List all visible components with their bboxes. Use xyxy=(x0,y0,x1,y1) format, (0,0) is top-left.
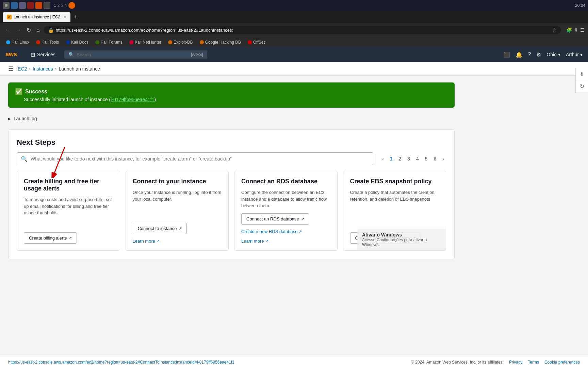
cloud-shell-icon[interactable]: ⬛ xyxy=(503,51,510,58)
lock-icon: 🔒 xyxy=(48,27,54,33)
right-panel-refresh-icon[interactable]: ↻ xyxy=(576,80,588,93)
bookmark-kali-tools[interactable]: Kali Tools xyxy=(33,39,62,45)
aws-logo[interactable]: aws xyxy=(5,49,19,60)
bookmark-star-icon[interactable]: ☆ xyxy=(552,27,557,33)
connect-rds-button[interactable]: Connect an RDS database ↗ xyxy=(241,213,309,225)
taskbar-firefox[interactable] xyxy=(68,2,75,9)
os-menu-icon[interactable]: ⊞ xyxy=(3,2,10,9)
bookmark-kali-forums[interactable]: Kali Forums xyxy=(93,39,125,45)
reload-button[interactable]: ↻ xyxy=(25,26,32,35)
bookmark-kali-linux[interactable]: Kali Linux xyxy=(3,39,32,45)
offsec-icon xyxy=(248,40,252,44)
windows-activation-body: Acesse Configurações para ativar o Windo… xyxy=(362,237,441,247)
bookmark-kali-docs[interactable]: Kali Docs xyxy=(63,39,91,45)
windows-activation-title: Ativar o Windows xyxy=(362,232,441,237)
exploit-db-icon xyxy=(168,40,172,44)
breadcrumb-current: Launch an instance xyxy=(59,66,100,72)
aws-region-selector[interactable]: Ohio ▾ xyxy=(546,52,560,57)
card-billing-desc: To manage costs and avoid surprise bills… xyxy=(24,196,113,228)
back-button[interactable]: ← xyxy=(3,26,12,34)
next-steps-title: Next Steps xyxy=(17,138,446,147)
success-body-text: Successfully initiated launch of instanc… xyxy=(24,97,448,102)
aws-search-hint: [Alt+S] xyxy=(191,52,203,57)
rds-learn-more-ext-icon: ↗ xyxy=(265,239,268,243)
windows-activation-overlay: Ativar o Windows Acesse Configurações pa… xyxy=(357,229,446,250)
pagination: ‹ 1 2 3 4 5 6 › xyxy=(380,155,446,163)
region-label: Ohio xyxy=(546,52,557,57)
success-check-icon: ✅ xyxy=(15,88,22,95)
aws-header: aws ⊞ Services 🔍 [Alt+S] ⬛ 🔔 ? ⚙ Ohio ▾ … xyxy=(0,47,588,62)
taskbar-icon-5[interactable] xyxy=(44,2,50,9)
footer-cookie-link[interactable]: Cookie preferences xyxy=(544,360,580,365)
right-panel-info-icon[interactable]: ℹ xyxy=(576,68,588,80)
pagination-page-4[interactable]: 4 xyxy=(414,155,421,163)
pagination-page-6[interactable]: 6 xyxy=(432,155,439,163)
pagination-next-button[interactable]: › xyxy=(440,155,446,163)
next-steps-search-container: 🔍 xyxy=(17,152,373,165)
pagination-page-2[interactable]: 2 xyxy=(396,155,403,163)
notification-bell-icon[interactable]: 🔔 xyxy=(516,51,522,58)
os-bar-time: 20:04 xyxy=(575,3,585,8)
breadcrumb: EC2 › Instances › Launch an instance xyxy=(18,66,100,72)
taskbar-icon-3[interactable] xyxy=(27,2,34,9)
download-icon[interactable]: ⬇ xyxy=(574,27,578,33)
url-input[interactable] xyxy=(56,28,550,33)
pagination-page-1[interactable]: 1 xyxy=(388,155,395,163)
aws-search-bar[interactable]: 🔍 [Alt+S] xyxy=(64,50,207,59)
next-steps-search-input[interactable] xyxy=(17,152,373,165)
footer-privacy-link[interactable]: Privacy xyxy=(509,360,522,365)
aws-search-input[interactable] xyxy=(77,52,188,57)
connect-to-instance-button[interactable]: Connect to instance ↗ xyxy=(133,223,187,234)
breadcrumb-ec2-link[interactable]: EC2 xyxy=(18,66,27,72)
rds-learn-more-link[interactable]: Learn more ↗ xyxy=(241,239,268,244)
tab-favicon: A xyxy=(7,15,12,19)
card-rds-title: Connect an RDS database xyxy=(241,178,330,185)
card-connect-instance: Connect to your instance Once your insta… xyxy=(126,171,229,251)
pagination-page-3[interactable]: 3 xyxy=(405,155,412,163)
bookmark-exploit-db[interactable]: Exploit-DB xyxy=(165,39,196,45)
bookmarks-bar: Kali Linux Kali Tools Kali Docs Kali For… xyxy=(0,37,588,47)
help-icon[interactable]: ? xyxy=(528,51,531,58)
bookmark-google-hacking[interactable]: Google Hacking DB xyxy=(197,39,244,45)
grid-icon: ⊞ xyxy=(31,51,35,58)
pagination-page-5[interactable]: 5 xyxy=(423,155,430,163)
aws-user-menu[interactable]: Arthur ▾ xyxy=(566,52,583,57)
pagination-prev-button[interactable]: ‹ xyxy=(380,155,386,163)
home-button[interactable]: ⌂ xyxy=(35,26,41,34)
connect-rds-label: Connect an RDS database xyxy=(246,216,299,221)
forward-button[interactable]: → xyxy=(14,26,22,34)
launch-log-toggle[interactable]: ▶ Launch log xyxy=(8,116,455,121)
kali-forums-icon xyxy=(95,40,99,44)
active-tab-title: Launch an instance | EC2 xyxy=(14,15,60,19)
kali-docs-icon xyxy=(66,40,70,44)
taskbar-icon-2[interactable] xyxy=(19,2,26,9)
connect-learn-more-link[interactable]: Learn more ↗ xyxy=(133,239,160,244)
aws-services-menu[interactable]: ⊞ Services xyxy=(27,50,59,59)
taskbar-icon-1[interactable] xyxy=(11,2,18,9)
taskbar-icon-4[interactable] xyxy=(35,2,42,9)
new-tab-button[interactable]: + xyxy=(72,14,80,21)
kali-tools-icon xyxy=(36,40,40,44)
user-dropdown-icon: ▾ xyxy=(580,52,583,57)
card-rds: Connect an RDS database Configure the co… xyxy=(234,171,338,251)
sidebar-toggle[interactable]: ☰ xyxy=(5,65,16,73)
settings-icon[interactable]: ⚙ xyxy=(536,51,541,58)
tab-close-button[interactable]: ✕ xyxy=(64,15,66,19)
instance-id-link[interactable]: i-0179ff6956eae41f1 xyxy=(111,97,154,102)
bookmark-kali-nethunter[interactable]: Kali NetHunter xyxy=(127,39,164,45)
active-tab[interactable]: A Launch an instance | EC2 ✕ xyxy=(3,12,70,22)
next-steps-search-icon: 🔍 xyxy=(21,156,28,162)
os-bar: ⊞ 1 2 3 4 20:04 xyxy=(0,0,588,11)
create-rds-link[interactable]: Create a new RDS database ↗ xyxy=(241,229,302,234)
rds-external-icon: ↗ xyxy=(301,217,304,221)
extensions-icon[interactable]: 🧩 xyxy=(566,27,572,33)
card-billing-alerts: Create billing and free tier usage alert… xyxy=(17,171,120,251)
address-bar[interactable]: 🔒 ☆ xyxy=(44,26,561,34)
bookmark-offsec[interactable]: OffSec xyxy=(245,39,268,45)
breadcrumb-separator-2: › xyxy=(55,66,57,72)
browser-menu-icon[interactable]: ☰ xyxy=(580,27,585,33)
breadcrumb-instances-link[interactable]: Instances xyxy=(33,66,53,72)
create-billing-alerts-button[interactable]: Create billing alerts ↗ xyxy=(24,232,77,244)
card-ebs: Create EBS snapshot policy Create a poli… xyxy=(343,171,446,251)
footer-terms-link[interactable]: Terms xyxy=(528,360,539,365)
